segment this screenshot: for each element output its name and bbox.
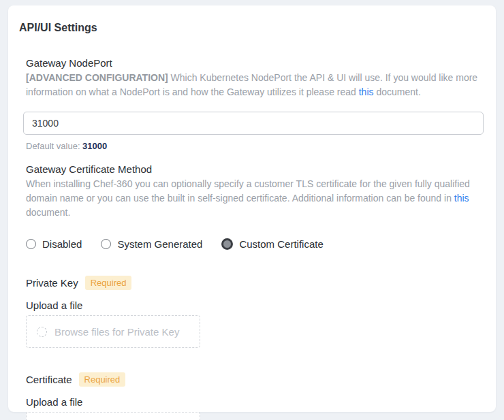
- certificate-required-badge: Required: [79, 372, 126, 387]
- gateway-nodeport-label: Gateway NodePort: [26, 57, 482, 69]
- certificate-field: Certificate Required Upload a file Brows…: [26, 372, 482, 420]
- certificate-method-radio-group: Disabled System Generated Custom Certifi…: [26, 238, 482, 250]
- certificate-label: Certificate: [26, 374, 72, 386]
- advanced-configuration-text: [ADVANCED CONFIGURATION]: [26, 72, 168, 83]
- api-ui-settings-card: API/UI Settings Gateway NodePort [ADVANC…: [8, 5, 496, 412]
- certificate-method-label: Gateway Certificate Method: [26, 163, 482, 176]
- description-text-suffix: document.: [26, 207, 70, 218]
- private-key-required-badge: Required: [85, 276, 132, 290]
- gateway-nodeport-field: Gateway NodePort [ADVANCED CONFIGURATION…: [26, 57, 482, 151]
- spinner-icon: [37, 327, 47, 337]
- description-text-suffix: document.: [374, 86, 421, 97]
- certificate-upload-label: Upload a file: [26, 396, 482, 408]
- default-value-line: Default value: 31000: [26, 141, 482, 151]
- description-text: When installing Chef-360 you can optiona…: [26, 178, 470, 204]
- radio-option-disabled[interactable]: Disabled: [26, 238, 82, 250]
- radio-custom-certificate-icon[interactable]: [221, 238, 233, 250]
- page-title: API/UI Settings: [19, 22, 482, 34]
- gateway-nodeport-input[interactable]: [23, 112, 484, 135]
- private-key-upload-label: Upload a file: [26, 300, 482, 311]
- certificate-browse-button[interactable]: Browse files for Certificate: [26, 412, 200, 420]
- gateway-nodeport-description: [ADVANCED CONFIGURATION] Which Kubernete…: [26, 71, 482, 99]
- private-key-browse-button[interactable]: Browse files for Private Key: [26, 315, 200, 348]
- certificate-method-description: When installing Chef-360 you can optiona…: [26, 177, 482, 220]
- certificate-doc-link[interactable]: this: [454, 193, 469, 204]
- radio-option-custom-certificate[interactable]: Custom Certificate: [221, 238, 323, 250]
- default-value-label: Default value:: [26, 141, 82, 151]
- radio-disabled-icon[interactable]: [26, 239, 36, 249]
- radio-option-system-generated[interactable]: System Generated: [101, 238, 202, 250]
- private-key-label: Private Key: [26, 277, 78, 289]
- private-key-field: Private Key Required Upload a file Brows…: [26, 276, 482, 348]
- certificate-method-field: Gateway Certificate Method When installi…: [26, 163, 482, 250]
- default-value-number: 31000: [82, 141, 107, 151]
- radio-custom-certificate-label: Custom Certificate: [239, 238, 323, 250]
- nodeport-doc-link[interactable]: this: [359, 86, 374, 97]
- private-key-browse-text: Browse files for Private Key: [54, 326, 179, 338]
- radio-disabled-label: Disabled: [42, 238, 82, 250]
- radio-system-generated-label: System Generated: [117, 238, 202, 250]
- radio-system-generated-icon[interactable]: [101, 239, 111, 249]
